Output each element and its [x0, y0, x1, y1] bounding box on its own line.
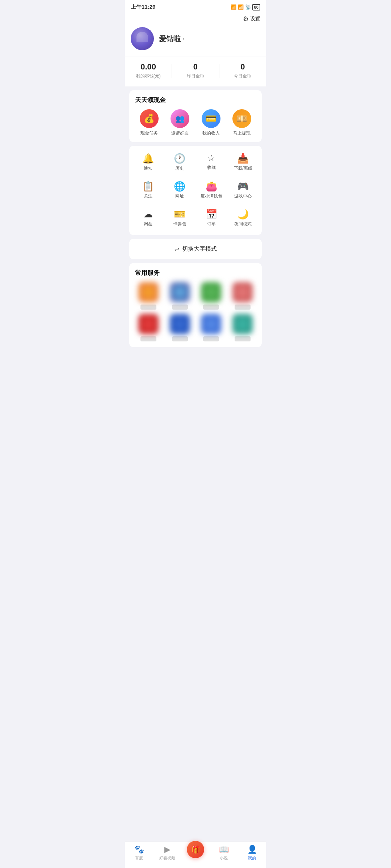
service-item-3[interactable]: [198, 282, 225, 310]
tool-order[interactable]: 📅 订单: [196, 204, 227, 232]
settings-row: ⚙ 设置: [131, 15, 260, 23]
url-label: 网址: [175, 193, 184, 199]
my-income-label: 我的收入: [202, 130, 220, 136]
wifi2-icon: 📡: [245, 4, 251, 10]
service-item-2[interactable]: [167, 282, 194, 310]
battery-indicator: 80: [252, 4, 260, 10]
service-label-7: [203, 336, 219, 341]
cloud-icon: ☁: [143, 209, 153, 219]
cash-title: 天天领现金: [135, 96, 256, 104]
history-icon: 🕐: [174, 154, 185, 163]
service-icon-4: [232, 282, 253, 302]
service-item-7[interactable]: [198, 314, 225, 341]
service-item-6[interactable]: [167, 314, 194, 341]
cloud-label: 网盘: [144, 221, 152, 227]
withdraw-icon: 💴: [232, 109, 251, 128]
yesterday-value: 0: [172, 62, 219, 72]
game-label: 游戏中心: [234, 193, 252, 199]
download-icon: 📥: [237, 154, 249, 163]
service-label-3: [203, 305, 219, 310]
tool-cloud[interactable]: ☁ 网盘: [132, 204, 164, 232]
coupon-label: 卡券包: [173, 221, 186, 227]
service-item-8[interactable]: [229, 314, 256, 341]
tool-favorites[interactable]: ☆ 收藏: [196, 149, 227, 176]
tools-grid: 🔔 通知 🕐 历史 ☆ 收藏 📥 下载/离线 📋 关注 🌐: [132, 149, 259, 232]
tool-history[interactable]: 🕐 历史: [164, 149, 196, 176]
service-label-2: [172, 305, 188, 310]
service-label-8: [235, 336, 251, 341]
order-label: 订单: [207, 221, 216, 227]
service-item-1[interactable]: [135, 282, 162, 310]
notification-label: 通知: [144, 165, 152, 171]
profile-row: 爱钻啦 ›: [131, 27, 260, 50]
yesterday-label: 昨日金币: [172, 73, 219, 79]
follow-icon: 📋: [142, 182, 154, 191]
money-label: 我的零钱(元): [125, 73, 172, 79]
service-icon-1: [138, 282, 159, 302]
service-item-4[interactable]: [229, 282, 256, 310]
order-icon: 📅: [206, 209, 217, 219]
service-label-5: [140, 336, 156, 341]
tool-follow[interactable]: 📋 关注: [132, 176, 164, 204]
switch-mode-label: 切换大字模式: [182, 245, 217, 253]
signal-icon: 📶: [231, 4, 236, 10]
services-title: 常用服务: [135, 269, 256, 277]
nightmode-label: 夜间模式: [234, 221, 252, 227]
status-icons: 📶 📶 📡 80: [231, 4, 260, 10]
tool-download[interactable]: 📥 下载/离线: [227, 149, 259, 176]
wifi-icon: 📶: [238, 4, 244, 10]
today-label: 今日金币: [219, 73, 266, 79]
stat-money[interactable]: 0.00 我的零钱(元): [125, 62, 172, 79]
service-icon-8: [232, 314, 253, 334]
cash-task-button[interactable]: 💰 现金任务: [135, 109, 163, 136]
tool-coupon[interactable]: 🎫 卡券包: [164, 204, 196, 232]
withdraw-label: 马上提现: [233, 130, 251, 136]
tool-game[interactable]: 🎮 游戏中心: [227, 176, 259, 204]
status-time: 上午11:29: [131, 4, 155, 10]
service-label-6: [172, 336, 188, 341]
service-icon-7: [201, 314, 221, 334]
header: ⚙ 设置 爱钻啦 ›: [125, 13, 266, 56]
favorites-label: 收藏: [207, 165, 216, 171]
status-bar: 上午11:29 📶 📶 📡 80: [125, 0, 266, 13]
favorites-icon: ☆: [207, 154, 215, 162]
switch-mode-button[interactable]: ⇌ 切换大字模式: [129, 239, 262, 259]
stat-yesterday[interactable]: 0 昨日金币: [172, 62, 219, 79]
tool-wallet[interactable]: 👛 度小满钱包: [196, 176, 227, 204]
withdraw-button[interactable]: 💴 马上提现: [228, 109, 256, 136]
settings-icon: ⚙: [243, 15, 249, 23]
invite-friend-label: 邀请好友: [171, 130, 189, 136]
cash-icon-grid: 💰 现金任务 👥 邀请好友 💳 我的收入 💴 马上提现: [135, 109, 256, 136]
tool-url[interactable]: 🌐 网址: [164, 176, 196, 204]
stat-today[interactable]: 0 今日金币: [219, 62, 266, 79]
tool-nightmode[interactable]: 🌙 夜间模式: [227, 204, 259, 232]
service-icon-3: [201, 282, 221, 302]
service-icon-2: [170, 282, 190, 302]
coupon-icon: 🎫: [174, 209, 185, 219]
notification-icon: 🔔: [142, 154, 154, 163]
service-label-4: [235, 305, 251, 310]
service-label-1: [140, 305, 156, 310]
avatar[interactable]: [131, 27, 154, 50]
invite-friend-button[interactable]: 👥 邀请好友: [166, 109, 194, 136]
history-label: 历史: [175, 165, 184, 171]
cash-card: 天天领现金 💰 现金任务 👥 邀请好友 💳 我的收入 💴 马上提现: [129, 90, 262, 142]
cash-task-label: 现金任务: [140, 130, 158, 136]
cash-task-icon: 💰: [140, 109, 159, 128]
username[interactable]: 爱钻啦 ›: [159, 34, 185, 44]
service-icon-5: [138, 314, 159, 334]
service-icon-6: [170, 314, 190, 334]
download-label: 下载/离线: [234, 165, 252, 171]
services-grid: [135, 282, 256, 341]
services-card: 常用服务: [129, 263, 262, 347]
my-income-icon: 💳: [202, 109, 220, 128]
my-income-button[interactable]: 💳 我的收入: [197, 109, 225, 136]
service-item-5[interactable]: [135, 314, 162, 341]
settings-label[interactable]: 设置: [250, 16, 260, 22]
invite-friend-icon: 👥: [171, 109, 189, 128]
switch-mode-icon: ⇌: [175, 246, 179, 252]
tool-notification[interactable]: 🔔 通知: [132, 149, 164, 176]
game-icon: 🎮: [237, 182, 249, 191]
wallet-label: 度小满钱包: [201, 193, 222, 199]
tools-card: 🔔 通知 🕐 历史 ☆ 收藏 📥 下载/离线 📋 关注 🌐: [129, 146, 262, 235]
